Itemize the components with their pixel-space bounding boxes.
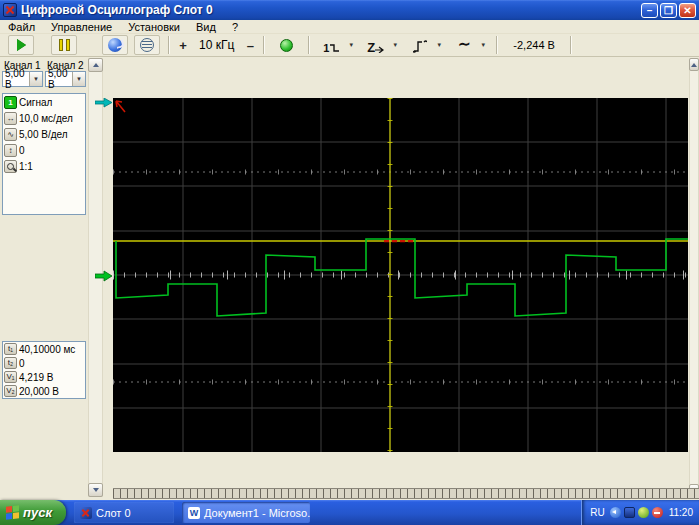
tray-status-green-icon[interactable]: [638, 507, 649, 518]
right-scrollbar[interactable]: [689, 58, 699, 497]
scroll-up-button[interactable]: [689, 58, 699, 71]
language-bar-icon[interactable]: [610, 507, 621, 518]
clock: 11:20: [669, 507, 693, 518]
scroll-down-button[interactable]: [88, 483, 103, 497]
arrow-up-icon: [691, 63, 697, 67]
measurement-t2: t₂ 0: [3, 356, 85, 370]
chevron-down-icon[interactable]: ▼: [29, 72, 42, 86]
trigger-edge2-dropdown[interactable]: ▾: [389, 35, 401, 55]
trigger-edge3-button[interactable]: [407, 35, 433, 55]
pause-button[interactable]: [51, 35, 77, 55]
app-icon: [3, 3, 17, 17]
play-button[interactable]: [8, 35, 34, 55]
wave-icon: ∿: [4, 128, 17, 141]
task-button-word-document[interactable]: W Документ1 - Microso...: [182, 502, 310, 523]
system-tray: RU 11:20: [581, 500, 699, 525]
toolbar-separator: [263, 36, 265, 54]
play-icon: [17, 39, 26, 51]
channel-1-badge: 1: [4, 96, 17, 109]
toolbar-separator: [496, 36, 498, 54]
menu-file[interactable]: Файл: [0, 20, 43, 34]
channel-2-scale-select[interactable]: 5,00 В ▼: [45, 71, 86, 87]
trigger-sine-button[interactable]: ∼: [451, 35, 477, 55]
chevron-down-icon[interactable]: ▼: [72, 72, 85, 86]
toolbar-separator: [570, 36, 572, 54]
menu-settings[interactable]: Установки: [120, 20, 188, 34]
scroll-up-button[interactable]: [88, 58, 103, 72]
t1-button[interactable]: t₁: [4, 343, 17, 355]
windows-flag-icon: [6, 505, 19, 519]
signal-info-list[interactable]: 1 Сигнал ↔ 10,0 мс/дел ∿ 5,00 В/дел ↕ 0 …: [2, 93, 86, 215]
status-led-icon: [280, 39, 293, 52]
trigger-edge1-button[interactable]: 1: [319, 35, 345, 55]
calibration-icon: [140, 38, 154, 52]
minimize-button[interactable]: –: [641, 3, 658, 18]
v1-button[interactable]: V₁: [4, 371, 17, 383]
list-item-volts-per-div[interactable]: ∿ 5,00 В/дел: [3, 126, 85, 142]
maximize-button[interactable]: ❐: [660, 3, 677, 18]
taskbar: пуск Слот 0 W Документ1 - Microso... RU …: [0, 500, 699, 525]
channel-1-position-marker[interactable]: [95, 270, 113, 282]
rising-edge-icon: [413, 39, 427, 53]
trigger-edge3-dropdown[interactable]: ▾: [433, 35, 445, 55]
desktop: Цифровой Осциллограф Слот 0 – ❐ ✕ Файл У…: [0, 0, 699, 525]
window-titlebar[interactable]: Цифровой Осциллограф Слот 0 – ❐ ✕: [0, 0, 699, 20]
measurement-v1: V₁ 4,219 В: [3, 370, 85, 384]
trigger-level-value: -2,244 В: [503, 39, 565, 51]
t2-button[interactable]: t₂: [4, 357, 17, 369]
word-document-icon: W: [188, 507, 200, 519]
horizontal-ruler[interactable]: [113, 488, 699, 499]
list-item-zoom-ratio[interactable]: 1:1: [3, 158, 85, 174]
autoscale-button[interactable]: [102, 35, 128, 55]
language-indicator[interactable]: RU: [590, 507, 604, 518]
calibration-button[interactable]: [134, 35, 160, 55]
list-item-timebase[interactable]: ↔ 10,0 мс/дел: [3, 110, 85, 126]
tray-monitor-icon[interactable]: [624, 507, 635, 518]
measurements-panel: t₁ 40,10000 мс t₂ 0 V₁ 4,219 В V₂ 20,000…: [2, 341, 86, 399]
trigger-edge1-dropdown[interactable]: ▾: [345, 35, 357, 55]
close-button[interactable]: ✕: [679, 3, 696, 18]
list-item-offset[interactable]: ↕ 0: [3, 142, 85, 158]
trigger-sine-dropdown[interactable]: ▾: [477, 35, 489, 55]
measurement-t1: t₁ 40,10000 мс: [3, 342, 85, 356]
frequency-increase-button[interactable]: +: [175, 35, 191, 55]
frequency-decrease-button[interactable]: –: [242, 35, 258, 55]
z-arrow-icon: [375, 42, 385, 53]
menu-bar: Файл Управление Установки Вид ?: [0, 20, 699, 34]
run-indicator: [270, 35, 303, 55]
start-button[interactable]: пуск: [0, 500, 66, 525]
toolbar-separator: [168, 36, 170, 54]
arrow-up-icon: [93, 63, 99, 67]
pause-icon: [59, 39, 70, 51]
tray-status-red-icon[interactable]: [652, 507, 663, 518]
menu-help[interactable]: ?: [224, 20, 246, 34]
magnifier-icon: [4, 160, 17, 173]
vertical-arrows-icon: ↕: [4, 144, 17, 157]
oscilloscope-display[interactable]: [113, 98, 688, 452]
list-item-signal[interactable]: 1 Сигнал: [3, 94, 85, 110]
v2-button[interactable]: V₂: [4, 385, 17, 397]
trigger-edge2-button[interactable]: Z: [363, 35, 389, 55]
arrow-down-icon: [93, 488, 99, 492]
measurement-v2: V₂ 20,000 В: [3, 384, 85, 398]
toolbar-separator: [308, 36, 310, 54]
channel-1-scale-select[interactable]: 5,00 В ▼: [2, 71, 43, 87]
oscilloscope-app-icon: [80, 507, 92, 519]
window-title: Цифровой Осциллограф Слот 0: [21, 3, 639, 17]
task-button-slot0[interactable]: Слот 0: [74, 502, 174, 523]
waveform-plot: [113, 98, 688, 452]
menu-view[interactable]: Вид: [188, 20, 224, 34]
channel-2-position-marker[interactable]: [95, 98, 113, 108]
falling-edge-icon: [329, 42, 341, 53]
frequency-value: 10 кГц: [191, 35, 242, 55]
toolbar: + 10 кГц – 1 ▾ Z ▾ ▾ ∼: [0, 34, 699, 57]
autoscale-icon: [108, 38, 122, 52]
horizontal-arrows-icon: ↔: [4, 112, 17, 125]
menu-control[interactable]: Управление: [43, 20, 120, 34]
